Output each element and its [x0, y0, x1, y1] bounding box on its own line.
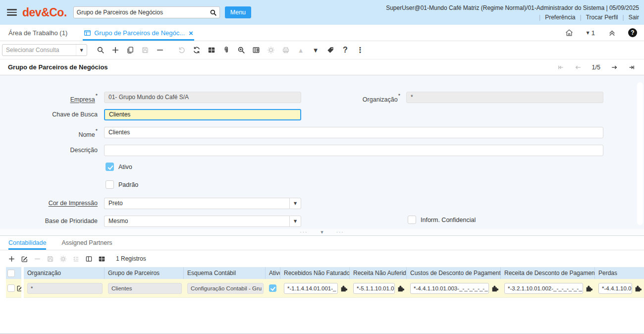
global-search-input[interactable]	[74, 9, 208, 16]
chave-de-busca-field[interactable]: Clientes	[104, 109, 301, 120]
account-combination-icon[interactable]	[491, 284, 499, 292]
nome-field[interactable]: Clientes	[104, 127, 603, 138]
detail-edit-icon[interactable]	[18, 253, 31, 265]
form-row: Nome* Clientes	[0, 127, 644, 138]
descricao-label: Descrição	[0, 145, 98, 156]
padrao-checkbox[interactable]	[106, 180, 114, 189]
zoom-across-icon[interactable]	[234, 44, 249, 56]
detail-grid: Organização Grupo de Parceiros Esquema C…	[0, 267, 644, 334]
last-record-icon[interactable]	[628, 64, 635, 71]
col-custos-desconto-pagamento[interactable]: Custos de Desconto de Pagamento	[407, 267, 501, 279]
delete-record-icon[interactable]	[153, 44, 167, 56]
account-combination-icon[interactable]	[635, 284, 642, 292]
cell-custos-desconto-pagamento[interactable]: *-4.4.1.10.01.003-_-_-_-_-_-_	[410, 283, 489, 294]
cell-perdas[interactable]: *-4.4.1.10.0	[598, 283, 632, 294]
menu-button[interactable]: Menu	[225, 6, 251, 18]
cell-ativo-checkbox[interactable]	[269, 284, 276, 292]
descricao-field[interactable]	[104, 145, 603, 156]
row-select-checkbox[interactable]	[7, 284, 15, 292]
separator: |	[623, 14, 624, 20]
form-row: Cor de Impressão Preto ▼	[0, 198, 644, 209]
preference-link[interactable]: Preferência	[545, 14, 575, 20]
close-tab-icon[interactable]: ×	[189, 29, 193, 37]
window-icon	[84, 29, 91, 37]
record-title: Grupo de Parceiros de Negócios	[8, 63, 108, 71]
previous-record-icon[interactable]	[575, 64, 582, 71]
cell-recebidos-nao-faturados[interactable]: *-1.1.4.14.01.001-_	[284, 283, 338, 294]
hamburger-menu-icon[interactable]	[7, 7, 17, 17]
col-grupo-de-parceiros[interactable]: Grupo de Parceiros	[105, 267, 184, 279]
record-pagination: 1/5	[557, 64, 635, 71]
col-receita-desconto-pagamento[interactable]: Receita de Desconto de Pagamento	[501, 267, 595, 279]
panel-splitter[interactable]: ··· ▼ ···	[0, 229, 644, 236]
tab-workspace[interactable]: Área de Trabalho (1)	[8, 29, 67, 37]
col-recebidos-nao-faturados[interactable]: Recebidos Não Faturados	[280, 267, 350, 279]
empresa-field[interactable]: 01- Grupo Mundo do Café S/A	[104, 92, 301, 103]
tab-business-partner-group[interactable]: Grupo de Parceiros de Negóc... ×	[83, 25, 194, 41]
process-gear-icon	[264, 44, 278, 56]
open-windows-selector[interactable]: ▼ 1	[587, 29, 595, 37]
caret-down-icon: ▼	[587, 31, 590, 35]
base-de-prioridade-value: Mesmo	[104, 216, 289, 227]
col-perdas[interactable]: Perdas	[595, 267, 644, 279]
record-position: 1/5	[592, 64, 600, 71]
collapse-header-icon[interactable]	[608, 29, 616, 37]
select-query-combo[interactable]: Selecionar Consulta ▼	[2, 44, 87, 56]
more-options-icon[interactable]: ⋮	[353, 44, 368, 56]
detail-grid-toggle-icon[interactable]	[95, 253, 108, 265]
detail-panel-layout-icon[interactable]	[82, 253, 95, 265]
splitter-collapse-icon[interactable]: ▼	[321, 230, 323, 234]
new-record-icon[interactable]	[108, 44, 123, 56]
detail-save-icon	[44, 253, 56, 265]
account-combination-icon[interactable]	[586, 284, 593, 292]
col-organizacao[interactable]: Organização	[24, 267, 105, 279]
ativo-checkbox[interactable]	[106, 163, 114, 171]
organizacao-field[interactable]: *	[406, 92, 603, 103]
first-record-icon[interactable]	[557, 64, 564, 71]
cor-de-impressao-combo[interactable]: Preto ▼	[104, 198, 301, 209]
search-icon[interactable]	[208, 7, 219, 18]
refresh-icon[interactable]	[189, 44, 204, 56]
next-record-icon[interactable]	[611, 64, 618, 71]
col-receita-nao-auferida[interactable]: Receita Não Auferida	[350, 267, 407, 279]
detail-process-gear-icon	[56, 253, 69, 265]
user-session-info: SuperUser@01-Mundo Café Matriz (Regime N…	[386, 5, 639, 11]
help-icon[interactable]: ?	[628, 28, 637, 37]
col-esquema-contabil[interactable]: Esquema Contábil	[184, 267, 266, 279]
caret-down-icon[interactable]: ▼	[76, 45, 87, 56]
copy-record-icon[interactable]	[123, 44, 138, 56]
label-tag-icon[interactable]	[323, 44, 338, 56]
detail-new-icon[interactable]	[5, 253, 18, 265]
form-scrollbar[interactable]	[637, 82, 643, 225]
select-all-checkbox[interactable]	[7, 270, 15, 277]
home-icon[interactable]	[565, 28, 574, 37]
account-combination-icon[interactable]	[397, 284, 405, 292]
cell-grupo-de-parceiros[interactable]: Clientes	[108, 283, 182, 294]
find-record-icon[interactable]	[93, 44, 108, 56]
save-icon	[138, 44, 153, 56]
cell-organizacao[interactable]: *	[27, 283, 103, 294]
tab-assigned-partners[interactable]: Assigned Partners	[61, 239, 112, 246]
grid-empty-area	[6, 298, 644, 334]
form-row: Chave de Busca Clientes	[0, 109, 644, 120]
form-row: Base de Prioridade Mesmo ▼ Inform. Confi…	[0, 216, 644, 227]
caret-down-icon[interactable]: ▼	[289, 198, 301, 209]
window-help-icon[interactable]: ?	[338, 44, 353, 56]
col-ativo[interactable]: Ativo	[266, 267, 280, 279]
cell-receita-nao-auferida[interactable]: *-5.1.1.10.01.0	[353, 283, 395, 294]
detail-record-icon[interactable]: ▼	[308, 44, 323, 56]
tab-contabilidade[interactable]: Contabilidade	[8, 236, 46, 250]
cell-receita-desconto-pagamento[interactable]: *-3.2.1.10.01.002-_-_-_-_-_-_	[504, 283, 583, 294]
caret-down-icon[interactable]: ▼	[289, 216, 301, 227]
grid-toggle-icon[interactable]	[204, 44, 219, 56]
logout-link[interactable]: Sair	[629, 14, 639, 20]
grid-row[interactable]: * Clientes Configuração Contabil - Gru *…	[6, 279, 644, 298]
cell-esquema-contabil[interactable]: Configuração Contabil - Gru	[187, 283, 264, 294]
attachment-icon[interactable]	[219, 44, 234, 56]
switch-role-link[interactable]: Trocar Perfil	[586, 14, 618, 20]
inform-confidencial-checkbox[interactable]	[408, 216, 416, 224]
account-combination-icon[interactable]	[340, 284, 348, 292]
base-de-prioridade-combo[interactable]: Mesmo ▼	[104, 216, 301, 227]
report-icon[interactable]	[249, 44, 264, 56]
app-logo: dev&Co.	[22, 6, 67, 19]
